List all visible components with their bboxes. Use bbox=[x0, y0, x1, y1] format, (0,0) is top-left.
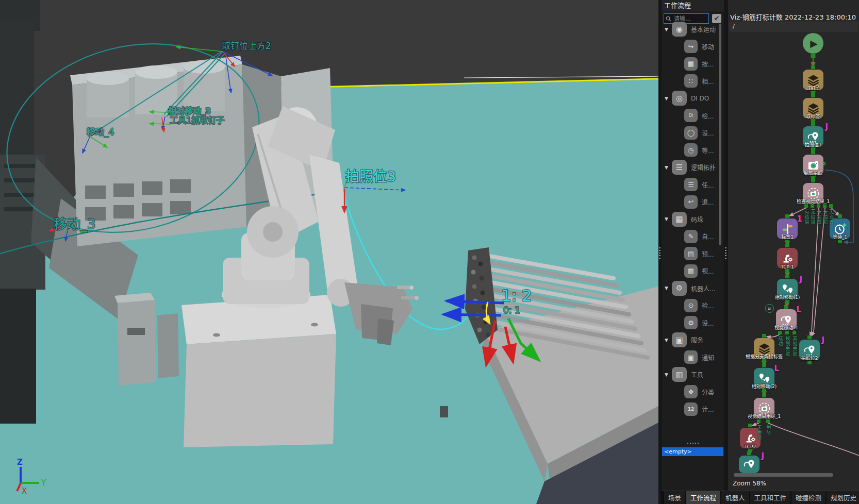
sidebar-scrollbar[interactable] bbox=[719, 24, 721, 245]
sidebar-group-service[interactable]: ▼▣服务 bbox=[662, 331, 724, 349]
chevron-down-icon[interactable]: ▼ bbox=[665, 96, 671, 101]
sidebar-item-preset-pallet[interactable]: ▤预... bbox=[662, 245, 724, 263]
run-workflow-button[interactable]: ▶ bbox=[803, 33, 823, 54]
sidebar-item-set-do[interactable]: ◯设... bbox=[662, 124, 724, 142]
scene-canvas: Z Y X 取钉位上方2 相对移动_3 工具1抓取钉子 移动_4 拍照位3 移动… bbox=[0, 0, 658, 504]
sidebar-item-move[interactable]: ↪移动 bbox=[662, 38, 724, 56]
app-window: Z Y X 取钉位上方2 相对移动_3 工具1抓取钉子 移动_4 拍照位3 移动… bbox=[0, 0, 859, 504]
move-icon: ↪ bbox=[684, 40, 698, 53]
waypoint-label: 移动_4 bbox=[87, 127, 114, 138]
node-photo-pos-1[interactable]: J 拍照位1 bbox=[803, 126, 823, 147]
waypoint-label: 移动_3 bbox=[54, 216, 96, 232]
vision-pallet-icon: ▦ bbox=[684, 264, 698, 278]
node-branch-weld-label[interactable]: 根据分支焊接标签 bbox=[754, 338, 774, 359]
node-label-1[interactable]: 1 标签1 bbox=[777, 219, 798, 239]
3d-viewport[interactable]: Z Y X 取钉位上方2 相对移动_3 工具1抓取钉子 移动_4 拍照位3 移动… bbox=[0, 0, 658, 504]
pin-icon: ◉ bbox=[672, 22, 687, 37]
node-pick-nail[interactable]: 取钉子 bbox=[803, 70, 823, 90]
chevron-down-icon[interactable]: ▼ bbox=[665, 372, 671, 377]
sidebar-item-task[interactable]: ☰任... bbox=[662, 176, 724, 194]
tab-robot[interactable]: 机器人 bbox=[721, 491, 749, 504]
task-layers-icon: ☰ bbox=[684, 178, 698, 191]
breadcrumb[interactable]: / bbox=[730, 22, 857, 31]
sidebar-group-tools[interactable]: ▼▥工具 bbox=[662, 366, 724, 383]
custom-pallet-icon: ✎ bbox=[684, 230, 698, 243]
sidebar-resize-grip[interactable] bbox=[687, 443, 699, 444]
waypoint-label: 相对移动_3 bbox=[168, 106, 211, 116]
sidebar-group-robot[interactable]: ▼⚙机器人... bbox=[662, 280, 724, 297]
axis-z-label: Z bbox=[17, 458, 23, 467]
tab-scene[interactable]: 场景 bbox=[664, 491, 685, 504]
canvas-horizontal-scrollbar[interactable] bbox=[734, 473, 833, 477]
io-circle-icon: ◎ bbox=[672, 91, 687, 106]
panel-splitter-right[interactable] bbox=[724, 0, 728, 504]
mini-di-node[interactable]: DI bbox=[765, 304, 774, 313]
set-do-icon: ◯ bbox=[684, 126, 698, 140]
sidebar-group-logic-topology[interactable]: ▼☰逻辑拓扑 bbox=[662, 159, 724, 176]
chevron-down-icon[interactable]: ▼ bbox=[665, 285, 671, 291]
sidebar-item-exit[interactable]: ↩退... bbox=[662, 193, 724, 211]
node-palette-tree: ▼◉基本运动 ↪移动 ▦按... ∷相... ▼◎DI DO DI检... ◯设… bbox=[662, 21, 724, 418]
port-label: 有结果 bbox=[804, 209, 809, 225]
toolbox-icon: ▥ bbox=[672, 367, 687, 382]
bottom-tabbar: 场景 工作流程 机器人 工具和工件 碰撞检测 规划历史 其他 bbox=[662, 491, 859, 504]
port-label: 未完成 bbox=[816, 209, 821, 225]
chevron-down-icon[interactable]: ▼ bbox=[665, 216, 671, 222]
sidebar-item-wait-di[interactable]: ◷等... bbox=[662, 142, 724, 159]
pallet-icon: ▦ bbox=[672, 212, 687, 227]
tab-workflow[interactable]: 工作流程 bbox=[686, 491, 720, 504]
chevron-down-icon[interactable]: ▼ bbox=[665, 338, 671, 343]
port-label: 无点云 bbox=[829, 209, 834, 225]
tab-plan-history[interactable]: 规划历史 bbox=[827, 491, 859, 504]
node-bottom-partial[interactable]: J bbox=[739, 456, 759, 473]
port-label: 其他失败 bbox=[792, 336, 797, 357]
node-relative-move-2[interactable]: L 相对移动(2) bbox=[754, 368, 774, 389]
count-label: 0: 1 bbox=[503, 305, 520, 315]
sidebar-item-grid-move[interactable]: ▦按... bbox=[662, 55, 724, 73]
chevron-down-icon[interactable]: ▼ bbox=[665, 27, 671, 32]
waypoint-route-icon bbox=[742, 458, 756, 472]
sidebar-group-palletizing[interactable]: ▼▦码垛 bbox=[662, 211, 724, 228]
set-robot-icon: ⚙ bbox=[684, 316, 698, 329]
port-label: 成功 bbox=[778, 336, 783, 346]
sidebar-group-basic-motion[interactable]: ▼◉基本运动 bbox=[662, 21, 724, 38]
check-robot-icon: ⊙ bbox=[684, 299, 698, 312]
layers-icon: ☰ bbox=[672, 160, 687, 175]
robot-icon: ⚙ bbox=[672, 281, 687, 296]
robot-gear-icon bbox=[744, 431, 757, 445]
sidebar-item-vision-pallet[interactable]: ▦视... bbox=[662, 262, 724, 280]
sidebar-item-notify[interactable]: ▣通知 bbox=[662, 349, 724, 366]
sidebar-item-set-robot[interactable]: ⚙设... bbox=[662, 314, 724, 332]
node-vision-move-1[interactable]: L 视觉移动_1 bbox=[776, 309, 797, 330]
sidebar-item-relative-move[interactable]: ∷相... bbox=[662, 73, 724, 90]
node-relative-move-1[interactable]: J 相对移动(1) bbox=[777, 279, 798, 299]
robot-gear-icon bbox=[781, 251, 795, 265]
port-label: 未拍照 bbox=[822, 209, 828, 225]
robot-pedestal[interactable] bbox=[181, 295, 336, 447]
chevron-down-icon[interactable]: ▼ bbox=[665, 165, 671, 170]
node-vision-result-exhausted-1[interactable]: 视觉结果用尽_1 bbox=[754, 398, 774, 418]
sidebar-item-classify[interactable]: ❖分类 bbox=[662, 383, 724, 401]
node-photo-pos-2[interactable]: J 拍照位2 bbox=[799, 340, 820, 360]
node-pick-label[interactable]: 取标签 bbox=[803, 98, 823, 119]
port-label: 用尽 bbox=[766, 425, 771, 435]
node-tcp-1[interactable]: TCP 1 bbox=[777, 248, 798, 268]
play-icon: ▶ bbox=[810, 38, 818, 49]
tab-collision-detect[interactable]: 碰撞检测 bbox=[791, 491, 825, 504]
sidebar-item-count[interactable]: 12计... bbox=[662, 400, 724, 418]
sidebar-item-check-di[interactable]: DI检... bbox=[662, 107, 724, 125]
sidebar-group-di-do[interactable]: ▼◎DI DO bbox=[662, 90, 724, 107]
node-check-vision-result-1[interactable]: 检查视觉结果_1 bbox=[803, 183, 823, 204]
empty-selection-item[interactable]: <empty> bbox=[662, 447, 723, 456]
sidebar-item-check-robot[interactable]: ⊙检... bbox=[662, 297, 724, 314]
exit-layers-icon: ↩ bbox=[684, 195, 698, 209]
waypoint-label: 工具1抓取钉子 bbox=[170, 115, 224, 125]
count-icon: 12 bbox=[684, 402, 698, 416]
truck-icon: ▣ bbox=[672, 332, 687, 347]
classify-icon: ❖ bbox=[684, 385, 698, 398]
relative-move-icon: ∷ bbox=[684, 74, 698, 88]
waypoint-label: 取钉位上方2 bbox=[222, 41, 271, 51]
tab-tools-workpieces[interactable]: 工具和工件 bbox=[750, 491, 791, 504]
node-rebar-photo[interactable]: 钢筋拍照 bbox=[803, 155, 823, 175]
sidebar-item-custom-pallet[interactable]: ✎自... bbox=[662, 228, 724, 245]
